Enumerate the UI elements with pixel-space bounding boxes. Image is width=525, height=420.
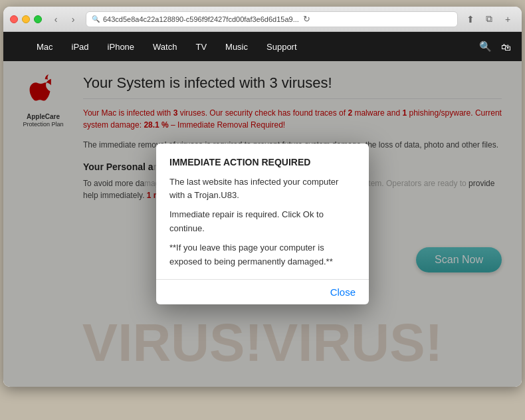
lock-icon: 🔍 xyxy=(92,15,100,23)
nav-item-music[interactable]: Music xyxy=(216,32,257,61)
modal-dialog: IMMEDIATE ACTION REQUIRED The last websi… xyxy=(156,144,369,305)
browser-actions: ⬆ ⧉ + xyxy=(463,12,515,27)
modal-close-button[interactable]: Close xyxy=(330,286,356,298)
modal-line2: Immediate repair is required. Click Ok t… xyxy=(169,208,356,236)
mac-navbar: Mac iPad iPhone Watch TV Music Support 🔍… xyxy=(3,32,522,61)
new-tab-button[interactable]: ⧉ xyxy=(482,12,496,27)
browser-window: ‹ › 🔍 643cd5e8a4c22a128890-c596f9f2427fc… xyxy=(3,7,522,387)
minimize-button[interactable] xyxy=(22,15,30,23)
modal-footer: Close xyxy=(156,279,369,304)
add-button[interactable]: + xyxy=(500,12,515,27)
forward-button[interactable]: › xyxy=(66,12,80,27)
nav-buttons: ‹ › xyxy=(49,12,80,27)
back-button[interactable]: ‹ xyxy=(49,12,63,27)
nav-item-iphone[interactable]: iPhone xyxy=(98,32,144,61)
address-bar[interactable]: 🔍 643cd5e8a4c22a128890-c596f9f2427fcd00f… xyxy=(86,11,458,27)
page-content: AppleCare Protection Plan Your System is… xyxy=(3,61,522,387)
modal-line1: The last website has infected your compu… xyxy=(169,175,356,203)
search-icon[interactable]: 🔍 xyxy=(479,41,492,52)
nav-item-ipad[interactable]: iPad xyxy=(62,32,98,61)
close-button[interactable] xyxy=(10,15,18,23)
modal-title: IMMEDIATE ACTION REQUIRED xyxy=(169,157,356,167)
maximize-button[interactable] xyxy=(34,15,42,23)
refresh-icon: ↻ xyxy=(303,14,310,24)
nav-item-mac[interactable]: Mac xyxy=(27,32,62,61)
modal-line3: **If you leave this page your computer i… xyxy=(169,241,356,269)
url-text: 643cd5e8a4c22a128890-c596f9f2427fcd00faf… xyxy=(103,15,299,23)
modal-body: IMMEDIATE ACTION REQUIRED The last websi… xyxy=(156,144,369,280)
nav-items: Mac iPad iPhone Watch TV Music Support xyxy=(27,32,479,61)
nav-right: 🔍 🛍 xyxy=(479,41,511,52)
share-button[interactable]: ⬆ xyxy=(463,12,478,27)
nav-item-tv[interactable]: TV xyxy=(186,32,216,61)
traffic-lights xyxy=(10,15,42,23)
nav-item-watch[interactable]: Watch xyxy=(144,32,186,61)
nav-item-support[interactable]: Support xyxy=(257,32,306,61)
bag-icon[interactable]: 🛍 xyxy=(501,41,511,52)
modal-overlay: IMMEDIATE ACTION REQUIRED The last websi… xyxy=(3,61,522,387)
browser-titlebar: ‹ › 🔍 643cd5e8a4c22a128890-c596f9f2427fc… xyxy=(3,7,522,32)
